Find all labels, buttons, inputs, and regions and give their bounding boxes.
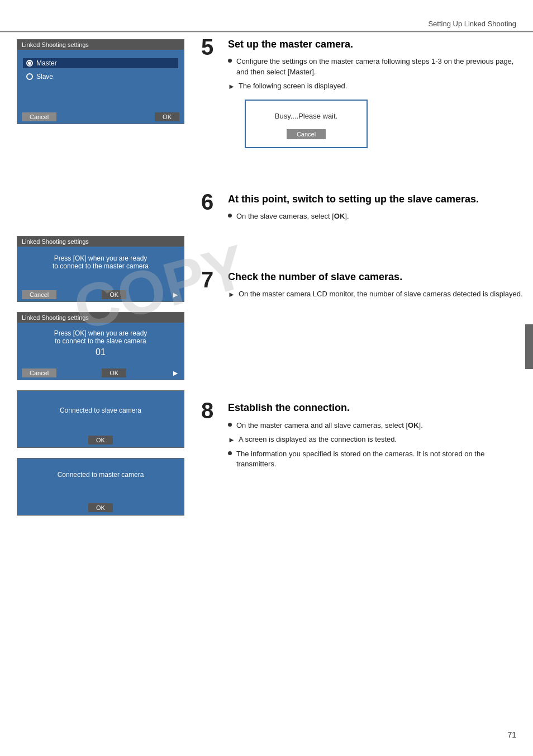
page-title: Setting Up Linked Shooting [428, 20, 516, 28]
side-tab [525, 324, 533, 369]
screen4: Connected to slave camera OK [17, 390, 184, 448]
screen3-header: Linked Shooting settings [17, 313, 184, 323]
screen3-arrow: ► [172, 368, 179, 377]
step8-title: Establish the connection. [228, 401, 523, 414]
master-option[interactable]: Master [23, 58, 178, 68]
screen5-body: Connected to master camera [17, 459, 184, 500]
step7-content: Check the number of slave cameras. ► On … [228, 271, 523, 304]
top-rule-thin [0, 32, 533, 32]
step6-content: At this point, switch to setting up the … [228, 193, 523, 226]
busy-text: Busy....Please wait. [275, 112, 337, 120]
screen4-ok-btn[interactable]: OK [88, 436, 113, 445]
screen3-ok-btn[interactable]: OK [102, 368, 126, 377]
step7-bullet1: ► On the master camera LCD monitor, the … [228, 289, 523, 300]
screen2-header: Linked Shooting settings [17, 237, 184, 247]
step5-bullet2-arrow: ► [228, 82, 235, 92]
screen2-cancel-btn[interactable]: Cancel [22, 290, 56, 299]
screen1-body: Master Slave [17, 50, 184, 110]
step7-row: 7 Check the number of slave cameras. ► O… [201, 271, 523, 304]
step8-bullet1: On the master camera and all slave camer… [228, 420, 523, 431]
screen2: Linked Shooting settings Press [OK] when… [17, 236, 184, 302]
screen1-cancel-btn[interactable]: Cancel [22, 112, 56, 121]
step7-bullet1-arrow: ► [228, 290, 235, 300]
step7-number: 7 [201, 268, 228, 291]
step5-number: 5 [201, 36, 228, 58]
step6-bullets: On the slave cameras, select [OK]. [228, 211, 523, 221]
step5-row: 5 Set up the master camera. Configure th… [201, 38, 523, 148]
step8-bullet2: ► A screen is displayed as the connectio… [228, 434, 523, 445]
screen3-number: 01 [96, 347, 106, 357]
screen5-ok-btn[interactable]: OK [88, 503, 113, 512]
screen1-header: Linked Shooting settings [17, 40, 184, 50]
step6-number: 6 [201, 191, 228, 213]
step8-bullet1-dot [228, 423, 232, 427]
steps-container: 5 Set up the master camera. Configure th… [201, 38, 523, 490]
screen3-text: Press [OK] when you are readyto connect … [54, 329, 147, 345]
slave-radio[interactable] [26, 73, 33, 80]
step6-title: At this point, switch to setting up the … [228, 193, 523, 206]
step8-row: 8 Establish the connection. On the maste… [201, 401, 523, 473]
screen2-text: Press [OK] when you are readyto connect … [53, 254, 149, 270]
step8-content: Establish the connection. On the master … [228, 401, 523, 473]
step8-bullet3: The information you specified is stored … [228, 449, 523, 469]
step8-bullet2-arrow: ► [228, 435, 235, 445]
step5-content: Set up the master camera. Configure the … [228, 38, 523, 148]
step5-bullet1: Configure the settings on the master cam… [228, 56, 523, 77]
screen5-text: Connected to master camera [58, 471, 144, 479]
screen5-footer: OK [17, 500, 184, 515]
step5-bullet2: ► The following screen is displayed. [228, 81, 523, 92]
screen5: Connected to master camera OK [17, 458, 184, 516]
screen4-body: Connected to slave camera [17, 391, 184, 433]
screen3: Linked Shooting settings Press [OK] when… [17, 312, 184, 380]
screen2-arrow: ► [172, 290, 179, 299]
step8-bullet3-dot [228, 451, 232, 455]
screen1-footer: Cancel OK [17, 110, 184, 124]
slave-option[interactable]: Slave [23, 72, 178, 82]
step8-bullets: On the master camera and all slave camer… [228, 420, 523, 470]
step6-row: 6 At this point, switch to setting up th… [201, 193, 523, 226]
step6-bullet1: On the slave cameras, select [OK]. [228, 211, 523, 221]
step6-bullet1-dot [228, 214, 232, 218]
screen2-body: Press [OK] when you are readyto connect … [17, 247, 184, 288]
screen4-footer: OK [17, 433, 184, 447]
screen3-cancel-btn[interactable]: Cancel [22, 368, 56, 377]
screen1-ok-btn[interactable]: OK [155, 112, 179, 121]
step5-bullet1-dot [228, 59, 232, 63]
busy-popup: Busy....Please wait. Cancel [245, 100, 368, 148]
step7-title: Check the number of slave cameras. [228, 271, 523, 284]
screen2-ok-btn[interactable]: OK [102, 290, 126, 299]
screen3-footer: Cancel OK ► [17, 366, 184, 380]
screen1: Linked Shooting settings Master Slave Ca… [17, 39, 184, 124]
screen3-body: Press [OK] when you are readyto connect … [17, 323, 184, 366]
step8-number: 8 [201, 399, 228, 422]
screen4-text: Connected to slave camera [60, 407, 141, 414]
screen2-footer: Cancel OK ► [17, 288, 184, 301]
left-column: Linked Shooting settings Master Slave Ca… [17, 39, 184, 526]
page-number: 71 [507, 730, 516, 739]
step7-bullets: ► On the master camera LCD monitor, the … [228, 289, 523, 300]
step5-bullets: Configure the settings on the master cam… [228, 56, 523, 92]
step5-title: Set up the master camera. [228, 38, 523, 51]
busy-cancel-btn[interactable]: Cancel [287, 129, 326, 139]
master-radio[interactable] [26, 60, 33, 67]
